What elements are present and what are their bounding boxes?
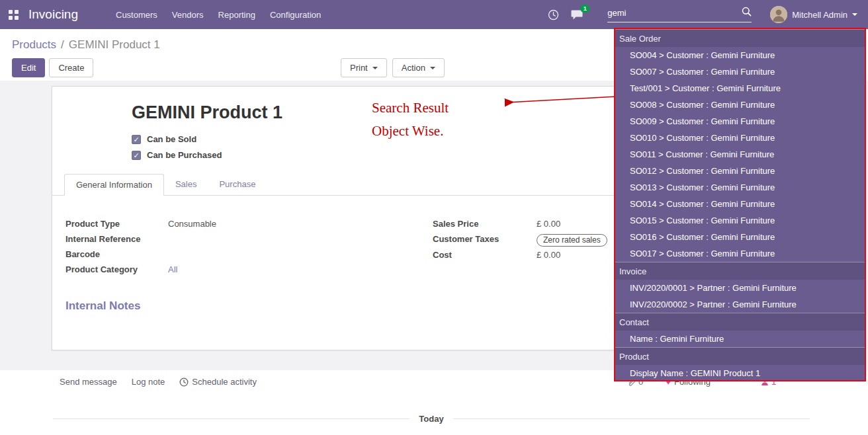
field-label: Product Type xyxy=(65,219,168,229)
search-result-item[interactable]: SO011 > Customer : Gemini Furniture xyxy=(615,146,865,163)
search-result-section-header: Invoice xyxy=(615,262,865,280)
global-search xyxy=(607,7,752,22)
clock-icon xyxy=(179,377,189,387)
print-menu-button[interactable]: Print xyxy=(341,58,387,77)
search-result-section: Product Display Name : GEMINI Product 1 xyxy=(615,347,865,381)
top-navbar: Invoicing Customers Vendors Reporting Co… xyxy=(0,0,868,29)
search-result-item[interactable]: INV/2020/0002 > Partner : Gemini Furnitu… xyxy=(615,296,865,313)
search-result-item[interactable]: SO010 > Customer : Gemini Furniture xyxy=(615,130,865,146)
breadcrumb-current: GEMINI Product 1 xyxy=(69,38,160,51)
search-icon[interactable] xyxy=(742,7,752,19)
annotation-line1: Search Result xyxy=(372,97,449,120)
action-menu-label: Action xyxy=(402,63,425,73)
field-product-category: Product Category All xyxy=(65,264,433,276)
search-result-item[interactable]: SO017 > Customer : Gemini Furniture xyxy=(615,245,865,262)
search-result-item[interactable]: SO014 > Customer : Gemini Furniture xyxy=(615,196,865,212)
search-result-item[interactable]: Test/001 > Customer : Gemini Furniture xyxy=(615,80,865,97)
field-value: £ 0.00 xyxy=(537,219,560,229)
search-result-item[interactable]: SO016 > Customer : Gemini Furniture xyxy=(615,229,865,245)
can-be-purchased-checkbox[interactable]: ✓ xyxy=(132,151,141,160)
field-value: Consumable xyxy=(168,219,216,229)
chevron-down-icon xyxy=(430,67,435,69)
edit-button[interactable]: Edit xyxy=(12,58,45,77)
menu-customers[interactable]: Customers xyxy=(108,1,165,28)
chevron-down-icon xyxy=(852,13,857,16)
activities-clock-icon[interactable] xyxy=(548,9,559,20)
tab-sales[interactable]: Sales xyxy=(164,174,208,196)
field-internal-reference: Internal Reference xyxy=(65,234,433,246)
messages-count-badge: 1 xyxy=(580,5,589,13)
app-name[interactable]: Invoicing xyxy=(28,7,78,22)
global-search-results-dropdown: Sale Order SO004 > Customer : Gemini Fur… xyxy=(615,29,865,381)
search-result-item[interactable]: SO009 > Customer : Gemini Furniture xyxy=(615,113,865,130)
product-category-link[interactable]: All xyxy=(168,264,177,274)
date-divider: Today xyxy=(53,414,810,424)
search-result-item[interactable]: Name : Gemini Furniture xyxy=(615,331,865,347)
product-title: GEMINI Product 1 xyxy=(132,102,282,123)
search-result-item[interactable]: SO008 > Customer : Gemini Furniture xyxy=(615,97,865,113)
search-result-items: INV/2020/0001 > Partner : Gemini Furnitu… xyxy=(615,280,865,313)
tab-purchase[interactable]: Purchase xyxy=(208,174,267,196)
apps-menu-icon[interactable] xyxy=(9,10,19,20)
search-result-section-header: Product xyxy=(615,347,865,365)
search-result-items: Display Name : GEMINI Product 1 xyxy=(615,365,865,381)
breadcrumb-separator: / xyxy=(61,38,64,51)
main-menu: Customers Vendors Reporting Configuratio… xyxy=(108,1,328,28)
print-menu-label: Print xyxy=(350,63,368,73)
field-label: Barcode xyxy=(65,249,168,259)
navbar-systray: 1 Mitchell Admin xyxy=(548,6,868,23)
field-label: Internal Reference xyxy=(65,234,168,244)
search-result-item[interactable]: SO015 > Customer : Gemini Furniture xyxy=(615,212,865,229)
search-result-items: SO004 > Customer : Gemini Furniture SO00… xyxy=(615,47,865,262)
search-result-item[interactable]: SO013 > Customer : Gemini Furniture xyxy=(615,179,865,196)
chevron-down-icon xyxy=(372,67,378,69)
schedule-activity-button[interactable]: Schedule activity xyxy=(179,377,257,387)
search-result-item[interactable]: SO012 > Customer : Gemini Furniture xyxy=(615,163,865,179)
global-search-input[interactable] xyxy=(607,8,742,18)
search-result-item[interactable]: INV/2020/0001 > Partner : Gemini Furnitu… xyxy=(615,280,865,296)
field-label: Product Category xyxy=(65,264,168,274)
breadcrumb-products-link[interactable]: Products xyxy=(12,38,56,51)
search-result-section-header: Sale Order xyxy=(615,29,865,47)
field-label: Sales Price xyxy=(433,219,537,229)
search-result-items: Name : Gemini Furniture xyxy=(615,331,865,347)
action-menu-button[interactable]: Action xyxy=(392,58,445,77)
divider-line xyxy=(453,418,810,419)
search-result-section-header: Contact xyxy=(615,313,865,331)
can-be-sold-checkbox[interactable]: ✓ xyxy=(132,135,141,144)
search-result-section: Sale Order SO004 > Customer : Gemini Fur… xyxy=(615,29,865,262)
can-be-purchased-label: Can be Purchased xyxy=(147,150,222,160)
action-menus: Print Action xyxy=(341,58,445,77)
annotation-text: Search Result Object Wise. xyxy=(372,97,449,142)
avatar xyxy=(770,6,787,23)
can-be-sold-row: ✓ Can be Sold xyxy=(132,134,222,144)
annotation-line2: Object Wise. xyxy=(372,120,449,143)
tab-general-information[interactable]: General Information xyxy=(64,174,164,196)
search-result-item[interactable]: Display Name : GEMINI Product 1 xyxy=(615,365,865,381)
search-result-section: Invoice INV/2020/0001 > Partner : Gemini… xyxy=(615,262,865,313)
schedule-activity-label: Schedule activity xyxy=(192,377,257,387)
date-divider-label: Today xyxy=(419,414,443,424)
field-barcode: Barcode xyxy=(65,249,433,261)
field-product-type: Product Type Consumable xyxy=(65,219,433,231)
log-note-button[interactable]: Log note xyxy=(132,377,165,387)
customer-tax-tag[interactable]: Zero rated sales xyxy=(537,234,607,247)
user-menu[interactable]: Mitchell Admin xyxy=(770,6,857,23)
messages-icon[interactable]: 1 xyxy=(571,9,584,20)
form-buttons: Edit Create xyxy=(12,58,93,77)
search-result-section: Contact Name : Gemini Furniture xyxy=(615,313,865,347)
search-result-item[interactable]: SO007 > Customer : Gemini Furniture xyxy=(615,63,865,80)
field-label: Customer Taxes xyxy=(433,234,537,244)
fields-left-column: Product Type Consumable Internal Referen… xyxy=(65,219,433,280)
user-name: Mitchell Admin xyxy=(792,10,847,20)
product-flags: ✓ Can be Sold ✓ Can be Purchased xyxy=(132,134,222,166)
annotation-arrow xyxy=(498,91,620,111)
create-button[interactable]: Create xyxy=(49,58,93,77)
menu-vendors[interactable]: Vendors xyxy=(165,1,211,28)
can-be-purchased-row: ✓ Can be Purchased xyxy=(132,150,222,160)
send-message-button[interactable]: Send message xyxy=(60,377,117,387)
divider-line xyxy=(53,418,410,419)
search-result-item[interactable]: SO004 > Customer : Gemini Furniture xyxy=(615,47,865,63)
menu-configuration[interactable]: Configuration xyxy=(263,1,328,28)
menu-reporting[interactable]: Reporting xyxy=(211,1,263,28)
